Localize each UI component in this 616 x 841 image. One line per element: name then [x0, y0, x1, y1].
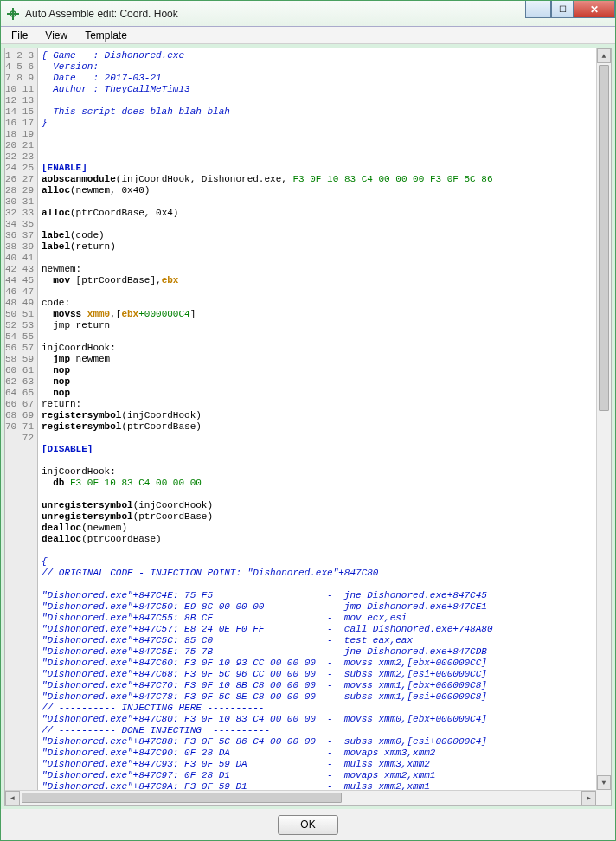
app-icon	[6, 7, 20, 21]
scroll-left-button[interactable]: ◄	[5, 791, 20, 805]
scroll-corner	[596, 790, 611, 805]
menu-file[interactable]: File	[4, 28, 35, 43]
code-content[interactable]: { Game : Dishonored.exe Version: Date : …	[38, 48, 596, 790]
svg-rect-1	[12, 8, 14, 20]
menu-view[interactable]: View	[38, 28, 74, 43]
footer: OK	[1, 809, 615, 840]
horizontal-scrollbar[interactable]: ◄ ►	[5, 790, 596, 805]
menu-template[interactable]: Template	[78, 28, 134, 43]
app-window: Auto Assemble edit: Coord. Hook — ☐ ✕ Fi…	[0, 0, 616, 841]
scroll-up-button[interactable]: ▲	[597, 48, 611, 63]
vertical-scrollbar[interactable]: ▲ ▼	[596, 48, 611, 790]
window-controls: — ☐ ✕	[525, 1, 615, 18]
ok-button[interactable]: OK	[278, 815, 338, 835]
close-button[interactable]: ✕	[574, 1, 615, 18]
minimize-button[interactable]: —	[525, 1, 551, 18]
vscroll-thumb[interactable]	[599, 65, 609, 411]
menubar: File View Template	[1, 27, 615, 44]
editor-panel: 1 2 3 4 5 6 7 8 9 10 11 12 13 14 15 16 1…	[4, 48, 612, 806]
line-number-gutter: 1 2 3 4 5 6 7 8 9 10 11 12 13 14 15 16 1…	[5, 48, 38, 790]
scroll-right-button[interactable]: ►	[581, 791, 596, 805]
hscroll-thumb[interactable]	[22, 793, 342, 803]
titlebar[interactable]: Auto Assemble edit: Coord. Hook — ☐ ✕	[1, 1, 615, 27]
code-editor[interactable]: 1 2 3 4 5 6 7 8 9 10 11 12 13 14 15 16 1…	[5, 48, 611, 805]
window-title: Auto Assemble edit: Coord. Hook	[25, 8, 178, 20]
scroll-down-button[interactable]: ▼	[597, 775, 611, 790]
maximize-button[interactable]: ☐	[551, 1, 574, 18]
